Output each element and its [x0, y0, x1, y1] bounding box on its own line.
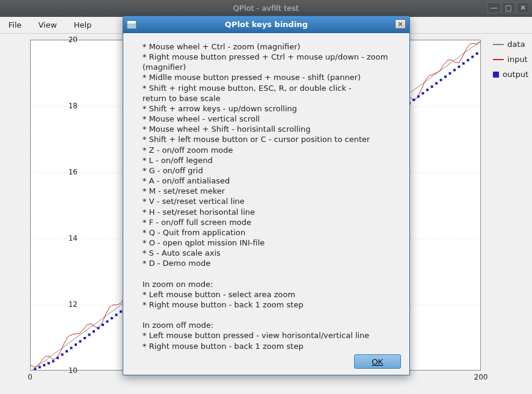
help-line: * V - set/reset vertical line	[142, 196, 401, 206]
legend-item-output: output	[493, 70, 528, 79]
help-line: * Left mouse button - select area zoom	[142, 289, 401, 300]
legend-item-data: data	[493, 40, 528, 49]
help-line: * Midlle mouse button pressed + mouse - …	[142, 72, 401, 82]
help-line: * Shift + left mouse button or C - curso…	[142, 134, 401, 144]
menu-file[interactable]: File	[6, 19, 24, 31]
help-line: * O - open qplot mission INI-file	[142, 238, 401, 248]
help-line: * Shift + arrow keys - up/down scrolling	[142, 103, 401, 114]
svg-rect-25	[106, 321, 109, 323]
svg-rect-103	[458, 66, 460, 68]
maximize-button[interactable]: □	[502, 2, 515, 13]
svg-rect-28	[120, 310, 122, 313]
svg-rect-93	[413, 99, 415, 101]
minimize-button[interactable]: —	[488, 2, 501, 13]
help-line: * H - set/reset horisontal line	[142, 207, 401, 217]
help-line	[142, 310, 401, 320]
help-line: * A - on/off antialiased	[142, 176, 401, 186]
dialog-titlebar[interactable]: QPlot keys binding ✕	[123, 16, 409, 33]
help-line: * G - on/off grid	[142, 165, 401, 176]
svg-rect-26	[111, 317, 113, 319]
svg-rect-27	[115, 314, 118, 316]
svg-rect-107	[476, 52, 478, 55]
y-tick-label: 10	[54, 366, 78, 375]
svg-rect-9	[34, 368, 37, 370]
help-line: * Shift + right mouse button, ESC, R, or…	[142, 83, 401, 93]
svg-rect-96	[426, 89, 429, 91]
svg-rect-21	[88, 334, 91, 336]
dialog-close-button[interactable]: ✕	[395, 19, 406, 29]
help-line: In zoom on mode:	[142, 279, 401, 289]
help-line: * Z - on/off zoom mode	[142, 145, 401, 155]
svg-rect-99	[440, 79, 442, 81]
ok-button[interactable]: OK	[354, 354, 401, 369]
menu-view[interactable]: View	[36, 19, 60, 31]
svg-rect-106	[471, 56, 474, 58]
y-tick-label: 14	[54, 234, 78, 242]
help-line: * F - on/off full screen mode	[142, 217, 401, 227]
y-tick-label: 20	[54, 35, 78, 44]
help-line: * D - Demo mode	[142, 258, 401, 268]
help-line: In zoom off mode:	[142, 320, 401, 330]
legend-label-output: output	[503, 70, 528, 79]
svg-rect-102	[453, 69, 456, 72]
svg-rect-10	[38, 366, 41, 368]
help-line: * Mouse wheel - vertical scroll	[142, 114, 401, 124]
svg-rect-15	[61, 354, 64, 356]
svg-rect-104	[462, 63, 465, 65]
y-tick-label: 12	[54, 300, 78, 309]
main-titlebar: QPlot - avfilt test — □ ✕	[0, 0, 532, 17]
svg-rect-16	[66, 350, 68, 352]
help-line: * S - Auto scale axis	[142, 248, 401, 258]
dialog-window-icon	[127, 20, 136, 29]
svg-rect-12	[47, 362, 50, 365]
svg-rect-22	[93, 330, 95, 333]
help-line: * Left mouse button pressed - view horis…	[142, 330, 401, 340]
window-title: QPlot - avfilt test	[233, 4, 299, 13]
svg-rect-105	[467, 59, 469, 61]
y-tick-label: 16	[54, 168, 78, 176]
svg-rect-95	[422, 92, 424, 94]
svg-rect-94	[417, 96, 420, 98]
svg-rect-98	[435, 82, 438, 85]
x-tick-label: 0	[28, 373, 32, 381]
legend-swatch-data	[493, 44, 504, 45]
legend: data input output	[493, 40, 528, 85]
legend-swatch-input	[493, 59, 504, 60]
help-line: * Right mouse button pressed + Ctrl + mo…	[142, 52, 401, 72]
help-line: * M - set/reset meker	[142, 186, 401, 196]
svg-rect-24	[102, 324, 104, 326]
help-line: * Mouse wheel + Ctrl - zoom (magnifier)	[142, 42, 401, 52]
x-tick-label: 200	[474, 373, 488, 381]
keys-binding-dialog: QPlot keys binding ✕ * Mouse wheel + Ctr…	[123, 16, 410, 375]
help-line	[142, 268, 401, 279]
dialog-body: * Mouse wheel + Ctrl - zoom (magnifier)*…	[123, 33, 409, 351]
menu-help[interactable]: Help	[72, 19, 94, 31]
help-line: * L - on/off legend	[142, 155, 401, 165]
dialog-footer: OK	[354, 354, 401, 369]
help-line: * Right mouse button - back 1 zoom step	[142, 300, 401, 310]
help-line: * Mouse wheel + Shift - horisintall scro…	[142, 124, 401, 134]
svg-rect-23	[97, 327, 100, 330]
help-line: * Right mouse button - back 1 zoom step	[142, 341, 401, 351]
svg-rect-13	[52, 360, 55, 363]
svg-rect-19	[79, 340, 82, 343]
help-line: * Q - Quit from application	[142, 227, 401, 238]
close-button[interactable]: ✕	[516, 2, 530, 13]
legend-label-data: data	[507, 40, 525, 49]
svg-rect-20	[84, 337, 86, 339]
legend-label-input: input	[507, 55, 527, 64]
svg-rect-14	[57, 357, 59, 359]
svg-rect-17	[70, 347, 73, 349]
help-line: return to base scale	[142, 93, 401, 103]
svg-rect-11	[43, 364, 46, 366]
legend-swatch-output	[493, 72, 499, 78]
legend-item-input: input	[493, 55, 528, 64]
svg-rect-97	[431, 85, 433, 88]
y-tick-label: 18	[54, 102, 78, 110]
window-controls: — □ ✕	[488, 2, 530, 13]
dialog-title: QPlot keys binding	[225, 20, 308, 29]
svg-rect-100	[444, 76, 447, 78]
svg-rect-18	[75, 343, 77, 346]
svg-rect-101	[449, 72, 451, 75]
